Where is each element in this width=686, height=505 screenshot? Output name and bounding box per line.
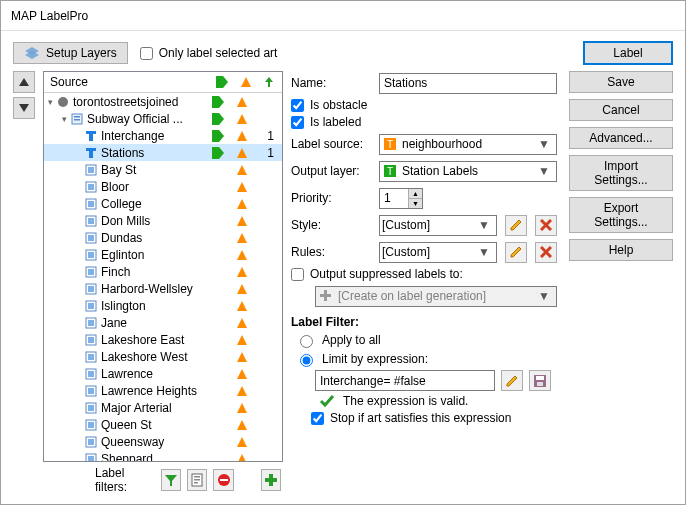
filter-doc-button[interactable]: [187, 469, 207, 491]
chevron-down-icon: ▼: [534, 289, 554, 303]
style-delete-button[interactable]: [535, 215, 557, 236]
tree-item[interactable]: Don Mills: [44, 212, 282, 229]
svg-rect-87: [220, 479, 228, 481]
priority-stepper[interactable]: ▲▼: [379, 188, 423, 209]
svg-marker-8: [237, 97, 247, 107]
item-icon: [84, 299, 98, 313]
source-tree[interactable]: Source ▾torontostreetsjoined▾Subway Offi…: [43, 71, 283, 462]
tree-item[interactable]: Lakeshore East: [44, 331, 282, 348]
filter-add-button[interactable]: [261, 469, 281, 491]
only-label-selected-checkbox[interactable]: Only label selected art: [140, 46, 278, 60]
tree-node[interactable]: Stations1: [44, 144, 282, 161]
cone-icon: [236, 334, 260, 346]
plus-layer-icon: [318, 288, 334, 304]
cone-icon: [236, 181, 260, 193]
step-up-icon[interactable]: ▲: [408, 189, 422, 199]
tree-item[interactable]: Queensway: [44, 433, 282, 450]
expression-input[interactable]: [315, 370, 495, 391]
tree-item[interactable]: Bloor: [44, 178, 282, 195]
svg-rect-37: [88, 269, 94, 275]
svg-rect-83: [194, 476, 200, 478]
import-settings-button[interactable]: Import Settings...: [569, 155, 673, 191]
suppressed-target-select: [Create on label generation] ▼: [315, 286, 557, 307]
tree-item[interactable]: Finch: [44, 263, 282, 280]
style-select[interactable]: [Custom]▼: [379, 215, 497, 236]
output-layer-select[interactable]: T Station Labels ▼: [379, 161, 557, 182]
nav-up-button[interactable]: [13, 71, 35, 93]
svg-marker-47: [237, 318, 247, 328]
save-button[interactable]: Save: [569, 71, 673, 93]
svg-marker-5: [241, 77, 251, 87]
item-icon: [56, 95, 70, 109]
titlebar: MAP LabelPro: [1, 1, 685, 31]
tree-item[interactable]: Queen St: [44, 416, 282, 433]
filter-remove-button[interactable]: [213, 469, 233, 491]
expression-edit-button[interactable]: [501, 370, 523, 391]
is-obstacle-checkbox[interactable]: Is obstacle: [291, 98, 557, 112]
tree-item[interactable]: Lawrence Heights: [44, 382, 282, 399]
help-button[interactable]: Help: [569, 239, 673, 261]
header-source[interactable]: Source: [44, 72, 210, 92]
count: 1: [260, 129, 280, 143]
rules-edit-button[interactable]: [505, 242, 527, 263]
filter-funnel-button[interactable]: [161, 469, 181, 491]
t-green-icon: T: [382, 163, 398, 179]
priority-label: Priority:: [291, 191, 371, 205]
item-label: Dundas: [101, 231, 212, 245]
output-suppressed-checkbox[interactable]: Output suppressed labels to:: [291, 267, 557, 281]
stop-if-checkbox[interactable]: Stop if art satisfies this expression: [291, 411, 557, 425]
item-label: Queensway: [101, 435, 212, 449]
cone-icon: [236, 96, 260, 108]
item-label: torontostreetsjoined: [73, 95, 212, 109]
twisty-icon[interactable]: ▾: [44, 97, 56, 107]
pencil-icon: [509, 245, 523, 259]
setup-layers-button[interactable]: Setup Layers: [13, 42, 128, 64]
expression-valid-text: The expression is valid.: [343, 394, 468, 408]
tree-item[interactable]: College: [44, 195, 282, 212]
tree-item[interactable]: Major Arterial: [44, 399, 282, 416]
apply-to-all-radio[interactable]: Apply to all: [291, 332, 557, 348]
label-source-select[interactable]: T neighbourhood ▼: [379, 134, 557, 155]
expression-save-button[interactable]: [529, 370, 551, 391]
tree-item[interactable]: Harbord-Wellsley: [44, 280, 282, 297]
pencil-icon: [509, 218, 523, 232]
item-icon: [84, 435, 98, 449]
tree-item[interactable]: Bay St: [44, 161, 282, 178]
item-label: Islington: [101, 299, 212, 313]
label-button[interactable]: Label: [583, 41, 673, 65]
item-icon: [84, 180, 98, 194]
cancel-button[interactable]: Cancel: [569, 99, 673, 121]
tree-root[interactable]: ▾torontostreetsjoined: [44, 93, 282, 110]
tree-item[interactable]: Dundas: [44, 229, 282, 246]
svg-marker-4: [216, 76, 228, 88]
tree-item[interactable]: Lakeshore West: [44, 348, 282, 365]
tree-item[interactable]: Lawrence: [44, 365, 282, 382]
is-labeled-checkbox[interactable]: Is labeled: [291, 115, 557, 129]
rules-select[interactable]: [Custom]▼: [379, 242, 497, 263]
name-input[interactable]: [379, 73, 557, 94]
label-source-label: Label source:: [291, 137, 371, 151]
limit-by-expression-radio[interactable]: Limit by expression:: [291, 351, 557, 367]
export-settings-button[interactable]: Export Settings...: [569, 197, 673, 233]
svg-marker-23: [237, 182, 247, 192]
cone-icon: [236, 368, 260, 380]
tree-group[interactable]: ▾Subway Official ...: [44, 110, 282, 127]
advanced-button[interactable]: Advanced...: [569, 127, 673, 149]
tree-item[interactable]: Sheppard: [44, 450, 282, 461]
twisty-icon[interactable]: ▾: [58, 114, 70, 124]
tree-item[interactable]: Jane: [44, 314, 282, 331]
chevron-down-icon: ▼: [534, 164, 554, 178]
cone-icon: [236, 147, 260, 159]
tree-node[interactable]: Interchange1: [44, 127, 282, 144]
tree-item[interactable]: Islington: [44, 297, 282, 314]
rules-delete-button[interactable]: [535, 242, 557, 263]
step-down-icon[interactable]: ▼: [408, 199, 422, 208]
app-window: MAP LabelPro Setup Layers Only label sel…: [0, 0, 686, 505]
style-edit-button[interactable]: [505, 215, 527, 236]
tree-item[interactable]: Eglinton: [44, 246, 282, 263]
svg-marker-68: [237, 437, 247, 447]
svg-rect-43: [88, 303, 94, 309]
nav-down-button[interactable]: [13, 97, 35, 119]
style-label: Style:: [291, 218, 371, 232]
item-icon: [70, 112, 84, 126]
